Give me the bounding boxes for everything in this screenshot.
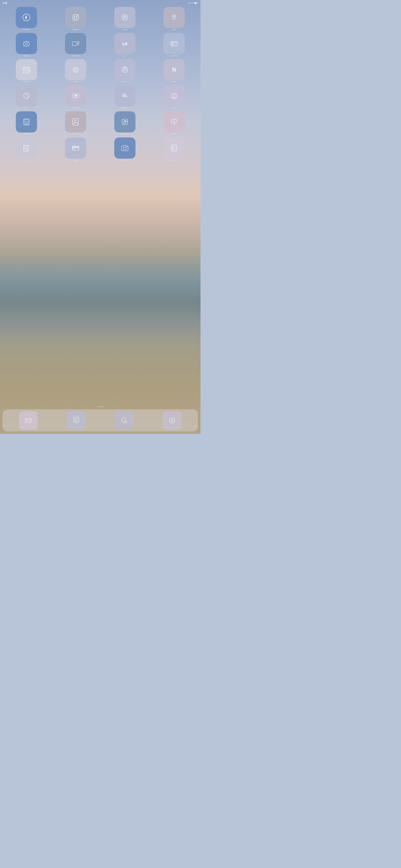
- app-facebook-label: Facebook: [23, 29, 30, 31]
- app-netflix-label: Netflix: [172, 81, 176, 83]
- app-instagram-label: Instagram: [72, 29, 79, 31]
- svg-line-39: [123, 93, 123, 94]
- app-facebook[interactable]: Facebook: [2, 7, 50, 31]
- app-facetime[interactable]: FaceTime: [52, 33, 99, 57]
- svg-rect-7: [73, 42, 77, 45]
- app-contacts-label: Contacts: [73, 133, 79, 135]
- app-settings-label: Settings: [73, 81, 79, 83]
- app-lyft-label: Lyft: [124, 55, 126, 57]
- dock-phone[interactable]: [101, 411, 147, 430]
- app-weather[interactable]: Weather: [101, 85, 149, 109]
- app-notes-label: Notes: [24, 159, 28, 161]
- app-row-3: Calendar Settings: [2, 59, 198, 83]
- svg-point-46: [25, 123, 25, 123]
- app-reminders[interactable]: Reminders: [150, 137, 198, 161]
- svg-rect-45: [25, 120, 29, 121]
- app-podcast[interactable]: Podcast: [150, 85, 198, 109]
- svg-line-40: [125, 93, 126, 94]
- svg-point-2: [74, 16, 77, 19]
- app-calculator[interactable]: Calculator: [2, 111, 50, 135]
- app-shortcuts[interactable]: Shortcuts: [101, 111, 149, 135]
- app-facetime-label: FaceTime: [72, 55, 79, 57]
- svg-point-51: [28, 124, 28, 125]
- app-health[interactable]: Health: [150, 111, 198, 135]
- app-row-6: Notes Wallet: [2, 137, 198, 161]
- svg-point-50: [26, 124, 27, 125]
- app-spotify-label: Spotify: [122, 29, 127, 31]
- svg-point-6: [26, 43, 28, 45]
- svg-point-47: [26, 123, 27, 123]
- svg-point-26: [123, 68, 126, 71]
- app-reminders-label: Reminders: [170, 159, 178, 161]
- svg-point-23: [75, 68, 77, 71]
- svg-point-27: [124, 69, 125, 70]
- svg-rect-57: [122, 119, 128, 125]
- app-row-1: Facebook Instagram: [2, 7, 198, 31]
- svg-text:lyft: lyft: [122, 42, 127, 46]
- app-contacts[interactable]: Contacts: [52, 111, 99, 135]
- app-wallet[interactable]: Wallet: [52, 137, 99, 161]
- page-dot-1[interactable]: [97, 406, 98, 407]
- app-netflix[interactable]: N Netflix: [150, 59, 198, 83]
- svg-rect-9: [171, 42, 177, 46]
- app-music[interactable]: Music: [101, 59, 149, 83]
- svg-point-42: [173, 94, 175, 96]
- svg-point-69: [123, 147, 126, 150]
- battery-icon: [194, 2, 198, 4]
- app-photos[interactable]: Photos: [2, 33, 50, 57]
- app-notes[interactable]: Notes: [2, 137, 50, 161]
- page-dot-4[interactable]: [103, 406, 104, 407]
- app-wallet-label: Wallet: [74, 159, 78, 161]
- svg-point-74: [172, 148, 173, 149]
- status-icons: [188, 2, 198, 4]
- app-calendar[interactable]: Calendar: [2, 59, 50, 83]
- svg-point-49: [25, 124, 25, 125]
- app-maps-label: Maps: [172, 29, 176, 31]
- app-row-5: Calculator Contacts: [2, 111, 198, 135]
- wifi-icon: [191, 2, 193, 4]
- page-dots: [97, 406, 104, 407]
- app-podcast-label: Podcast: [171, 107, 177, 109]
- svg-point-76: [172, 149, 173, 150]
- page-dot-2[interactable]: [99, 406, 100, 407]
- app-camera-label: Camera: [122, 159, 128, 161]
- app-instagram[interactable]: Instagram: [52, 7, 99, 31]
- svg-rect-78: [26, 419, 31, 423]
- page-dot-3[interactable]: [101, 406, 102, 407]
- app-clock-label: Clock: [25, 107, 29, 109]
- app-youtube[interactable]: YouTube: [52, 85, 99, 109]
- app-spotify[interactable]: Spotify: [101, 7, 149, 31]
- app-calendar-label: Calendar: [23, 81, 30, 83]
- app-calculator-label: Calculator: [23, 133, 30, 135]
- app-shortcuts-label: Shortcuts: [121, 133, 128, 135]
- app-settings[interactable]: Settings: [52, 59, 99, 83]
- dock-messages[interactable]: [53, 411, 99, 430]
- svg-point-70: [127, 146, 127, 147]
- svg-point-33: [26, 96, 27, 96]
- app-row-4: Clock YouTube: [2, 85, 198, 109]
- svg-line-32: [27, 96, 28, 97]
- app-music-label: Music: [123, 81, 127, 83]
- dock-mail[interactable]: [5, 411, 52, 430]
- svg-point-3: [77, 16, 78, 16]
- app-camera[interactable]: Camera: [101, 137, 149, 161]
- svg-point-5: [173, 16, 175, 18]
- app-youtube-label: YouTube: [73, 107, 79, 109]
- app-creditcard-label: Credit Card: [170, 55, 178, 57]
- app-health-label: Health: [172, 133, 176, 135]
- app-row-2: Photos FaceTime lyft: [2, 33, 198, 57]
- signal-icon: [188, 2, 190, 4]
- app-photos-label: Photos: [24, 55, 29, 57]
- app-creditcard[interactable]: Credit Card: [150, 33, 198, 57]
- dock: [2, 409, 198, 432]
- svg-point-48: [28, 123, 28, 123]
- app-maps[interactable]: Maps: [150, 7, 198, 31]
- status-time: 2:46: [3, 2, 7, 4]
- app-clock[interactable]: Clock: [2, 85, 50, 109]
- dock-safari[interactable]: [149, 411, 196, 430]
- status-bar: 2:46: [0, 0, 200, 5]
- dock-area: [0, 406, 200, 434]
- app-lyft[interactable]: lyft Lyft: [101, 33, 149, 57]
- svg-text:N: N: [172, 66, 176, 73]
- app-grid: Facebook Instagram: [0, 5, 200, 406]
